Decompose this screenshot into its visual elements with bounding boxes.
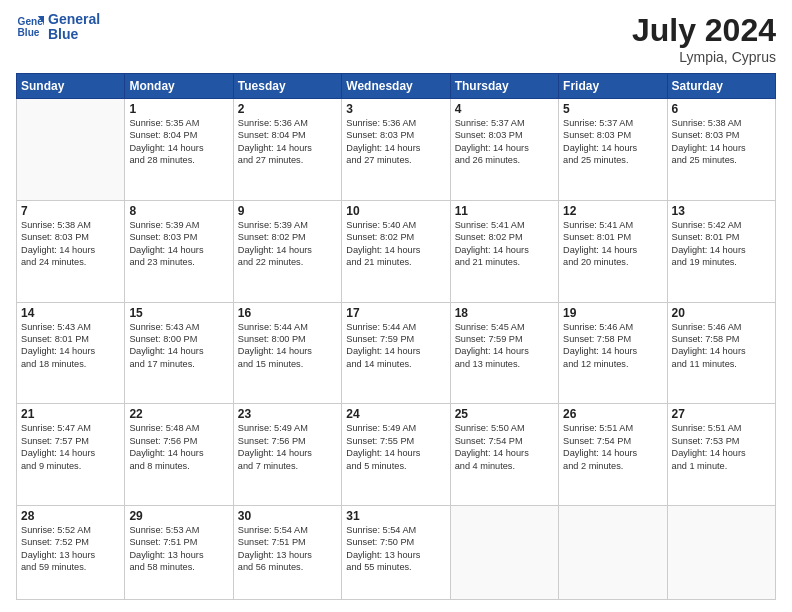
day-number: 27 [672, 407, 771, 421]
day-number: 6 [672, 102, 771, 116]
cell-line: Sunrise: 5:46 AM [563, 321, 662, 333]
cell-line: and 2 minutes. [563, 460, 662, 472]
cell-line: and 12 minutes. [563, 358, 662, 370]
calendar-table: SundayMondayTuesdayWednesdayThursdayFrid… [16, 73, 776, 600]
cell-line: Sunset: 7:58 PM [672, 333, 771, 345]
cell-line: Sunset: 8:01 PM [563, 231, 662, 243]
cell-line: and 14 minutes. [346, 358, 445, 370]
calendar-cell: 14Sunrise: 5:43 AMSunset: 8:01 PMDayligh… [17, 302, 125, 404]
cell-line: Sunset: 8:03 PM [346, 129, 445, 141]
col-header-tuesday: Tuesday [233, 74, 341, 99]
calendar-cell [559, 506, 667, 600]
cell-line: Sunrise: 5:52 AM [21, 524, 120, 536]
cell-line: Daylight: 13 hours [238, 549, 337, 561]
calendar-cell: 31Sunrise: 5:54 AMSunset: 7:50 PMDayligh… [342, 506, 450, 600]
calendar-cell: 1Sunrise: 5:35 AMSunset: 8:04 PMDaylight… [125, 99, 233, 201]
calendar-cell: 29Sunrise: 5:53 AMSunset: 7:51 PMDayligh… [125, 506, 233, 600]
calendar-cell: 28Sunrise: 5:52 AMSunset: 7:52 PMDayligh… [17, 506, 125, 600]
cell-line: Sunrise: 5:45 AM [455, 321, 554, 333]
week-row-4: 21Sunrise: 5:47 AMSunset: 7:57 PMDayligh… [17, 404, 776, 506]
cell-line: and 5 minutes. [346, 460, 445, 472]
cell-line: Sunset: 7:56 PM [238, 435, 337, 447]
cell-line: Sunrise: 5:38 AM [672, 117, 771, 129]
week-row-5: 28Sunrise: 5:52 AMSunset: 7:52 PMDayligh… [17, 506, 776, 600]
title-block: July 2024 Lympia, Cyprus [632, 12, 776, 65]
calendar-cell: 26Sunrise: 5:51 AMSunset: 7:54 PMDayligh… [559, 404, 667, 506]
cell-line: Sunset: 8:03 PM [672, 129, 771, 141]
day-number: 2 [238, 102, 337, 116]
day-number: 26 [563, 407, 662, 421]
day-number: 9 [238, 204, 337, 218]
cell-line: Sunset: 8:03 PM [455, 129, 554, 141]
cell-line: Daylight: 14 hours [455, 142, 554, 154]
cell-line: and 23 minutes. [129, 256, 228, 268]
day-number: 24 [346, 407, 445, 421]
day-number: 19 [563, 306, 662, 320]
cell-line: and 13 minutes. [455, 358, 554, 370]
calendar-cell: 3Sunrise: 5:36 AMSunset: 8:03 PMDaylight… [342, 99, 450, 201]
calendar-cell: 7Sunrise: 5:38 AMSunset: 8:03 PMDaylight… [17, 200, 125, 302]
calendar-cell: 10Sunrise: 5:40 AMSunset: 8:02 PMDayligh… [342, 200, 450, 302]
calendar-cell: 27Sunrise: 5:51 AMSunset: 7:53 PMDayligh… [667, 404, 775, 506]
cell-line: Sunset: 7:54 PM [563, 435, 662, 447]
cell-line: Sunset: 7:50 PM [346, 536, 445, 548]
cell-line: Sunset: 7:51 PM [238, 536, 337, 548]
col-header-friday: Friday [559, 74, 667, 99]
cell-line: Sunset: 7:54 PM [455, 435, 554, 447]
day-number: 12 [563, 204, 662, 218]
cell-line: Sunrise: 5:50 AM [455, 422, 554, 434]
cell-line: Sunrise: 5:41 AM [455, 219, 554, 231]
cell-line: Sunset: 8:04 PM [238, 129, 337, 141]
cell-line: Daylight: 14 hours [129, 244, 228, 256]
cell-line: Daylight: 14 hours [563, 447, 662, 459]
cell-line: Sunset: 8:01 PM [21, 333, 120, 345]
logo-text: General Blue [48, 12, 100, 43]
cell-line: Sunrise: 5:48 AM [129, 422, 228, 434]
day-number: 29 [129, 509, 228, 523]
cell-line: Sunrise: 5:44 AM [346, 321, 445, 333]
calendar-cell [667, 506, 775, 600]
cell-line: Sunrise: 5:49 AM [238, 422, 337, 434]
cell-line: Daylight: 14 hours [21, 447, 120, 459]
cell-line: Sunset: 7:51 PM [129, 536, 228, 548]
cell-line: Daylight: 14 hours [455, 244, 554, 256]
day-number: 22 [129, 407, 228, 421]
cell-line: and 21 minutes. [455, 256, 554, 268]
calendar-cell: 2Sunrise: 5:36 AMSunset: 8:04 PMDaylight… [233, 99, 341, 201]
calendar-cell: 17Sunrise: 5:44 AMSunset: 7:59 PMDayligh… [342, 302, 450, 404]
day-number: 28 [21, 509, 120, 523]
cell-line: and 24 minutes. [21, 256, 120, 268]
cell-line: Sunrise: 5:51 AM [563, 422, 662, 434]
cell-line: and 4 minutes. [455, 460, 554, 472]
cell-line: Sunrise: 5:43 AM [129, 321, 228, 333]
cell-line: and 17 minutes. [129, 358, 228, 370]
cell-line: Sunrise: 5:54 AM [238, 524, 337, 536]
col-header-sunday: Sunday [17, 74, 125, 99]
cell-line: Sunset: 7:58 PM [563, 333, 662, 345]
day-number: 7 [21, 204, 120, 218]
cell-line: Sunrise: 5:40 AM [346, 219, 445, 231]
calendar-cell: 16Sunrise: 5:44 AMSunset: 8:00 PMDayligh… [233, 302, 341, 404]
cell-line: Sunset: 7:55 PM [346, 435, 445, 447]
col-header-monday: Monday [125, 74, 233, 99]
cell-line: and 21 minutes. [346, 256, 445, 268]
calendar-cell: 9Sunrise: 5:39 AMSunset: 8:02 PMDaylight… [233, 200, 341, 302]
cell-line: Daylight: 14 hours [455, 447, 554, 459]
cell-line: Sunset: 7:56 PM [129, 435, 228, 447]
cell-line: Sunset: 8:02 PM [346, 231, 445, 243]
cell-line: Sunrise: 5:38 AM [21, 219, 120, 231]
cell-line: Daylight: 14 hours [672, 244, 771, 256]
cell-line: Sunrise: 5:51 AM [672, 422, 771, 434]
cell-line: and 11 minutes. [672, 358, 771, 370]
cell-line: Daylight: 14 hours [455, 345, 554, 357]
cell-line: Sunrise: 5:36 AM [346, 117, 445, 129]
cell-line: Daylight: 14 hours [346, 345, 445, 357]
cell-line: Daylight: 13 hours [346, 549, 445, 561]
cell-line: Daylight: 14 hours [238, 447, 337, 459]
cell-line: Sunrise: 5:37 AM [563, 117, 662, 129]
calendar-cell: 24Sunrise: 5:49 AMSunset: 7:55 PMDayligh… [342, 404, 450, 506]
day-number: 31 [346, 509, 445, 523]
cell-line: and 15 minutes. [238, 358, 337, 370]
cell-line: Daylight: 14 hours [563, 142, 662, 154]
cell-line: and 1 minute. [672, 460, 771, 472]
